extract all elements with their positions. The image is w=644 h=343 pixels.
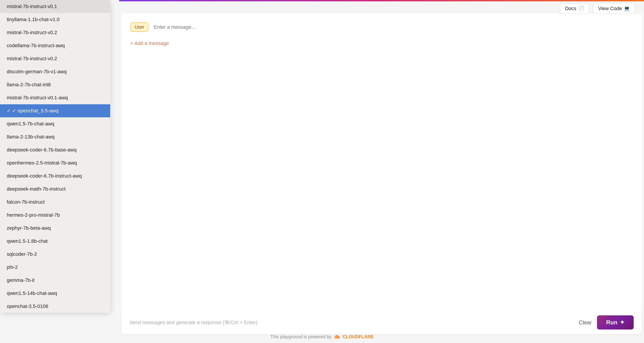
- add-message-button[interactable]: + Add a message: [130, 39, 169, 48]
- clear-button[interactable]: Clear: [579, 320, 592, 326]
- view-code-button[interactable]: View Code 💻: [593, 3, 635, 14]
- dropdown-item-deepseek-coder-6.7b-instruct-awq[interactable]: deepseek-coder-6.7b-instruct-awq: [0, 169, 110, 183]
- dropdown-item-zephyr-7b-beta-awq[interactable]: zephyr-7b-beta-awq: [0, 222, 110, 235]
- footer-text: This playground is powered by: [270, 334, 331, 340]
- cloudflare-icon: [334, 335, 341, 340]
- bottom-hint: Send messages and generate a response (⌘…: [130, 320, 258, 326]
- dropdown-item-discolm-german-7b-v1-awq[interactable]: discolm-german-7b-v1-awq: [0, 65, 110, 78]
- dropdown-item-hermes-2-pro-mistral-7b[interactable]: hermes-2-pro-mistral-7b: [0, 209, 110, 222]
- docs-button[interactable]: Docs 📄: [560, 3, 589, 14]
- dropdown-item-llama-2-7b-chat-int8[interactable]: llama-2-7b-chat-int8: [0, 78, 110, 91]
- dropdown-item-tinyllama-1.1b-chat-v1.0[interactable]: tinyllama-1.1b-chat-v1.0: [0, 13, 110, 26]
- dropdown-item-openchat_3.5-awq[interactable]: ✓ openchat_3.5-awq: [0, 104, 110, 117]
- run-label: Run: [606, 319, 618, 326]
- message-row: User: [130, 22, 633, 32]
- dropdown-item-mistral-7b-instruct-v0.2-2[interactable]: mistral-7b-instruct-v0.2: [0, 52, 110, 65]
- dropdown-item-llama-2-13b-chat-awq[interactable]: llama-2-13b-chat-awq: [0, 130, 110, 143]
- user-badge: User: [130, 22, 148, 32]
- chat-area: User + Add a message: [122, 13, 642, 316]
- top-bar: Docs 📄 View Code 💻: [551, 0, 644, 17]
- dropdown-item-openhermes-2.5-mistral-7b-awq[interactable]: openhermes-2.5-mistral-7b-awq: [0, 156, 110, 169]
- cloudflare-logo: CLOUDFLARE: [334, 334, 374, 340]
- view-code-icon: 💻: [624, 5, 630, 11]
- main-panel: User + Add a message Send messages and g…: [119, 0, 644, 343]
- footer: This playground is powered by CLOUDFLARE: [0, 331, 644, 343]
- dropdown-item-phi-2[interactable]: phi-2: [0, 261, 110, 274]
- cloudflare-brand: CLOUDFLARE: [343, 334, 374, 340]
- view-code-label: View Code: [598, 5, 622, 11]
- dropdown-item-deepseek-coder-6.7b-base-awq[interactable]: deepseek-coder-6.7b-base-awq: [0, 143, 110, 156]
- run-button[interactable]: Run ✦: [597, 315, 634, 330]
- dropdown-item-codellama-7b-instruct-awq[interactable]: codellama-7b-instruct-awq: [0, 39, 110, 52]
- message-input[interactable]: [154, 22, 633, 32]
- dropdown-item-qwen1.5-14b-chat-awq[interactable]: qwen1.5-14b-chat-awq: [0, 287, 110, 300]
- dropdown-item-gemma-7b-it[interactable]: gemma-7b-it: [0, 274, 110, 287]
- run-icon: ✦: [620, 319, 625, 326]
- docs-label: Docs: [565, 5, 576, 11]
- dropdown-item-qwen1.5-1.8b-chat[interactable]: qwen1.5-1.8b-chat: [0, 235, 110, 248]
- dropdown-item-deepseek-math-7b-instruct[interactable]: deepseek-math-7b-instruct: [0, 183, 110, 196]
- dropdown-item-mistral-7b-instruct-v0.2-1[interactable]: mistral-7b-instruct-v0.2: [0, 26, 110, 39]
- dropdown-item-qwen1.5-7b-chat-awq[interactable]: qwen1.5-7b-chat-awq: [0, 117, 110, 130]
- docs-icon: 📄: [578, 5, 584, 11]
- dropdown-item-falcon-7b-instruct[interactable]: falcon-7b-instruct: [0, 196, 110, 209]
- dropdown-item-sqlcoder-7b-2[interactable]: sqlcoder-7b-2: [0, 248, 110, 261]
- bottom-actions: Clear Run ✦: [579, 315, 634, 330]
- dropdown-item-mistral-7b-instruct-v0.1-awq[interactable]: mistral-7b-instruct-v0.1-awq: [0, 91, 110, 104]
- dropdown-item-mistral-7b-instruct-v0.1[interactable]: mistral-7b-instruct-v0.1: [0, 0, 110, 13]
- model-dropdown-panel: mistral-7b-instruct-v0.1tinyllama-1.1b-c…: [0, 0, 110, 313]
- dropdown-item-openchat-3.5-0106[interactable]: openchat-3.5-0106: [0, 300, 110, 313]
